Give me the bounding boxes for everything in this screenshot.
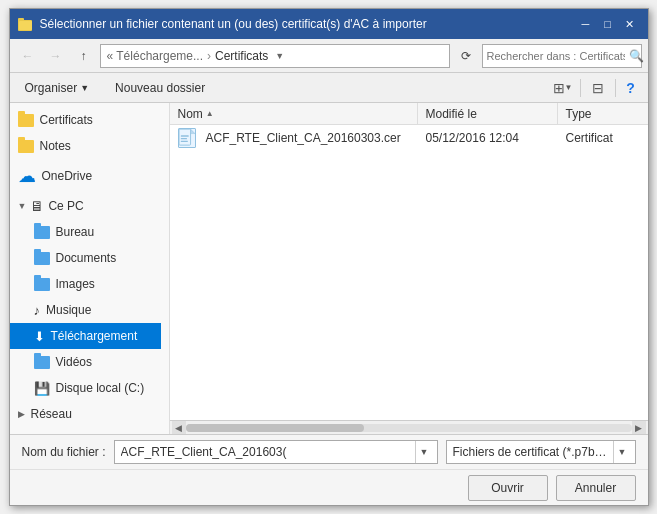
sidebar-item-label: Notes	[40, 139, 71, 153]
sidebar-item-label: Disque local (C:)	[56, 381, 145, 395]
bottom-bar: Nom du fichier : ACF_RTE_Client_CA_20160…	[10, 434, 648, 505]
sidebar-item-images[interactable]: Images	[10, 271, 161, 297]
folder-icon	[18, 140, 34, 153]
search-icon[interactable]: 🔍	[629, 49, 644, 63]
back-button[interactable]: ←	[16, 44, 40, 68]
refresh-button[interactable]: ⟳	[454, 44, 478, 68]
main-area: Certificats Notes ☁ OneDrive ▼ 🖥	[10, 103, 648, 434]
col-label: Type	[566, 107, 592, 121]
details-icon: ⊟	[592, 80, 604, 96]
sidebar-item-reseau[interactable]: ▶ Réseau	[10, 401, 161, 427]
toolbar: Organiser ▼ Nouveau dossier ⊞ ▼ ⊟ ?	[10, 73, 648, 103]
folder-icon	[18, 114, 34, 127]
column-header-type[interactable]: Type	[558, 103, 648, 124]
file-name: ACF_RTE_Client_CA_20160303.cer	[206, 131, 401, 145]
filetype-value: Fichiers de certificat (*.p7b;*.crt	[453, 445, 609, 459]
svg-rect-3	[179, 129, 191, 145]
download-icon: ⬇	[34, 329, 45, 344]
sidebar-item-bureau[interactable]: Bureau	[10, 219, 161, 245]
sidebar-item-musique[interactable]: ♪ Musique	[10, 297, 161, 323]
svg-rect-6	[180, 135, 188, 136]
breadcrumb[interactable]: « Téléchargeme... › Certificats ▼	[100, 44, 450, 68]
breadcrumb-dropdown-icon[interactable]: ▼	[275, 51, 284, 61]
file-cell-name: ACF_RTE_Client_CA_20160303.cer ←	[170, 125, 418, 150]
sidebar-item-label: Vidéos	[56, 355, 92, 369]
scrollbar-thumb[interactable]	[186, 424, 364, 432]
sidebar-item-label: Images	[56, 277, 95, 291]
filename-label: Nom du fichier :	[22, 445, 106, 459]
filetype-dropdown-icon[interactable]: ▼	[613, 441, 629, 463]
breadcrumb-part1: « Téléchargeme...	[107, 49, 204, 63]
minimize-button[interactable]: ─	[576, 14, 596, 34]
file-date: 05/12/2016 12:04	[426, 131, 519, 145]
nouveau-dossier-label: Nouveau dossier	[115, 81, 205, 95]
dialog-title: Sélectionner un fichier contenant un (ou…	[40, 17, 427, 31]
organiser-label: Organiser	[25, 81, 78, 95]
folder-icon	[34, 278, 50, 291]
scrollbar-track[interactable]	[186, 424, 632, 432]
sidebar-item-notes[interactable]: Notes	[10, 133, 161, 159]
expand-icon: ▼	[18, 201, 27, 211]
view-toggle-button[interactable]: ⊞ ▼	[550, 77, 576, 99]
view-details-button[interactable]: ⊟	[585, 77, 611, 99]
title-bar: Sélectionner un fichier contenant un (ou…	[10, 9, 648, 39]
up-button[interactable]: ↑	[72, 44, 96, 68]
sidebar-item-certificats[interactable]: Certificats	[10, 107, 161, 133]
music-icon: ♪	[34, 303, 41, 318]
sidebar-item-label: Téléchargement	[51, 329, 138, 343]
sidebar-item-label: Musique	[46, 303, 91, 317]
sidebar-item-telechargement[interactable]: ⬇ Téléchargement	[10, 323, 161, 349]
organiser-button[interactable]: Organiser ▼	[16, 77, 99, 99]
sidebar-item-label: OneDrive	[42, 169, 93, 183]
sidebar-item-documents[interactable]: Documents	[10, 245, 161, 271]
sort-icon: ▲	[206, 109, 214, 118]
breadcrumb-part2: Certificats	[215, 49, 268, 63]
view-dropdown-icon: ▼	[565, 83, 573, 92]
nouveau-dossier-button[interactable]: Nouveau dossier	[106, 77, 214, 99]
col-label: Nom	[178, 107, 203, 121]
view-icon: ⊞	[553, 80, 565, 96]
col-label: Modifié le	[426, 107, 477, 121]
maximize-button[interactable]: □	[598, 14, 618, 34]
filename-row: Nom du fichier : ACF_RTE_Client_CA_20160…	[10, 435, 648, 469]
scroll-left-button[interactable]: ◀	[172, 421, 186, 435]
address-bar: ← → ↑ « Téléchargeme... › Certificats ▼ …	[10, 39, 648, 73]
title-controls: ─ □ ✕	[576, 14, 640, 34]
toolbar-separator2	[615, 79, 616, 97]
file-list: Nom ▲ Modifié le Type	[170, 103, 648, 434]
scroll-right-button[interactable]: ▶	[632, 421, 646, 435]
filename-combo[interactable]: ACF_RTE_Client_CA_201603( ▼	[114, 440, 438, 464]
breadcrumb-sep: ›	[207, 49, 211, 63]
horizontal-scrollbar[interactable]: ◀ ▶	[170, 420, 648, 434]
file-open-dialog: Sélectionner un fichier contenant un (ou…	[9, 8, 649, 506]
actions-row: Ouvrir Annuler	[10, 469, 648, 505]
open-button[interactable]: Ouvrir	[468, 475, 548, 501]
drive-icon: 💾	[34, 381, 50, 396]
cancel-button[interactable]: Annuler	[556, 475, 636, 501]
filename-value: ACF_RTE_Client_CA_201603(	[121, 445, 411, 459]
sidebar-item-disque[interactable]: 💾 Disque local (C:)	[10, 375, 161, 401]
expand-icon: ▶	[18, 409, 25, 419]
file-list-body: ACF_RTE_Client_CA_20160303.cer ← 05/12/2…	[170, 125, 648, 420]
file-row[interactable]: ACF_RTE_Client_CA_20160303.cer ← 05/12/2…	[170, 125, 648, 151]
sidebar-wrapper: Certificats Notes ☁ OneDrive ▼ 🖥	[10, 103, 170, 434]
sidebar: Certificats Notes ☁ OneDrive ▼ 🖥	[10, 103, 170, 434]
forward-button[interactable]: →	[44, 44, 68, 68]
help-button[interactable]: ?	[620, 77, 642, 99]
filename-dropdown-icon[interactable]: ▼	[415, 441, 431, 463]
close-button[interactable]: ✕	[620, 14, 640, 34]
sidebar-item-videos[interactable]: Vidéos	[10, 349, 161, 375]
sidebar-item-cepc[interactable]: ▼ 🖥 Ce PC	[10, 193, 161, 219]
svg-rect-8	[180, 140, 187, 141]
sidebar-item-label: Certificats	[40, 113, 93, 127]
file-cell-date: 05/12/2016 12:04	[418, 125, 558, 150]
file-list-header: Nom ▲ Modifié le Type	[170, 103, 648, 125]
folder-icon	[34, 356, 50, 369]
column-header-date[interactable]: Modifié le	[418, 103, 558, 124]
sidebar-item-onedrive[interactable]: ☁ OneDrive	[10, 163, 161, 189]
filetype-combo[interactable]: Fichiers de certificat (*.p7b;*.crt ▼	[446, 440, 636, 464]
toolbar-separator	[580, 79, 581, 97]
onedrive-icon: ☁	[18, 165, 36, 187]
search-input[interactable]	[487, 50, 625, 62]
column-header-nom[interactable]: Nom ▲	[170, 103, 418, 124]
